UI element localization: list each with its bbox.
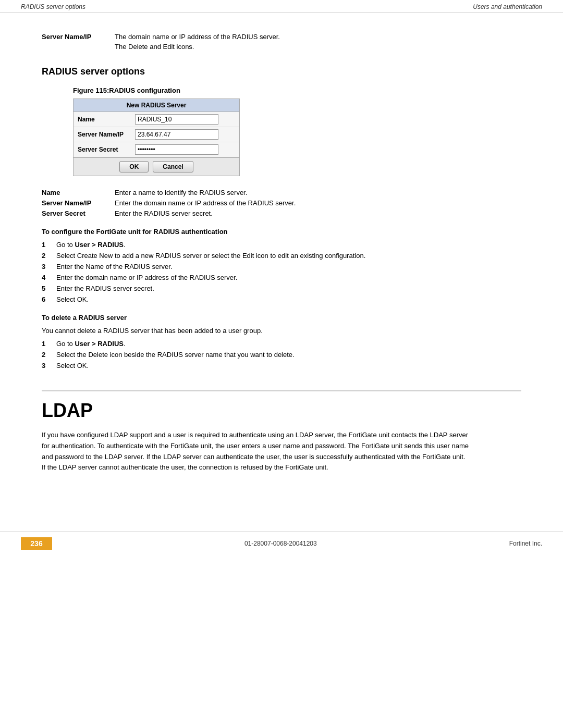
field-desc-0: Enter a name to identify the RADIUS serv… [115,189,247,196]
field-desc-1: Enter the domain name or IP address of t… [115,199,296,207]
procedure2-heading: To delete a RADIUS server [42,314,521,322]
field-desc-row-0: Name Enter a name to identify the RADIUS… [42,189,521,196]
step-1-4: 4 Enter the domain name or IP address of… [42,274,521,281]
radius-secret-label: Server Secret [78,146,135,153]
intro-field-label: Server Name/IP [42,33,115,41]
procedure1-steps: 1 Go to User > RADIUS. 2 Select Create N… [42,241,521,303]
step-2-1: 1 Go to User > RADIUS. [42,340,521,348]
intro-field-row: Server Name/IP The domain name or IP add… [42,33,521,41]
step-2-2: 2 Select the Delete icon beside the RADI… [42,351,521,359]
intro-field-desc2: The Delete and Edit icons. [115,43,521,51]
page-header: RADIUS server options Users and authenti… [0,0,563,13]
procedure2-steps: 1 Go to User > RADIUS. 2 Select the Dele… [42,340,521,369]
radius-name-row: Name [74,112,239,127]
radius-name-label: Name [78,116,135,123]
ldap-section: LDAP If you have configured LDAP support… [42,390,521,473]
ldap-heading: LDAP [42,400,521,422]
step-1-2: 2 Select Create New to add a new RADIUS … [42,252,521,260]
step-1-6: 6 Select OK. [42,295,521,303]
page-footer: 236 01-28007-0068-20041203 Fortinet Inc. [0,532,563,555]
footer-doc: 01-28007-0068-20041203 [244,540,317,547]
radius-config-title: New RADIUS Server [74,99,239,112]
radius-serverip-label: Server Name/IP [78,131,135,138]
ok-button[interactable]: OK [119,161,149,172]
figure-caption: Figure 115:RADIUS configuration [73,87,521,94]
field-label-0: Name [42,189,115,196]
radius-config-wrapper: New RADIUS Server Name Server Name/IP Se… [73,98,521,176]
step-2-3: 3 Select OK. [42,362,521,369]
intro-field-desc: The domain name or IP address of the RAD… [115,33,280,41]
radius-serverip-input[interactable] [135,129,218,140]
step-1-3: 3 Enter the Name of the RADIUS server. [42,263,521,270]
procedure1-heading: To configure the FortiGate unit for RADI… [42,228,521,236]
radius-name-input[interactable] [135,114,218,125]
footer-company: Fortinet Inc. [509,540,542,547]
field-desc-2: Enter the RADIUS server secret. [115,209,213,217]
radius-secret-input[interactable] [135,144,218,155]
radius-secret-row: Server Secret [74,142,239,157]
page-number: 236 [21,537,52,550]
header-right: Users and authentication [473,3,542,10]
step-1-1: 1 Go to User > RADIUS. [42,241,521,249]
radius-config-box: New RADIUS Server Name Server Name/IP Se… [73,98,240,176]
field-desc-row-1: Server Name/IP Enter the domain name or … [42,199,521,207]
intro-block: Server Name/IP The domain name or IP add… [42,33,521,51]
field-desc-block: Name Enter a name to identify the RADIUS… [42,189,521,217]
header-left: RADIUS server options [21,3,85,10]
cancel-button[interactable]: Cancel [153,161,193,172]
section-heading: RADIUS server options [42,66,521,77]
field-label-1: Server Name/IP [42,199,115,207]
field-label-2: Server Secret [42,209,115,217]
radius-serverip-row: Server Name/IP [74,127,239,142]
step-1-5: 5 Enter the RADIUS server secret. [42,285,521,292]
procedure2-note: You cannot delete a RADIUS server that h… [42,327,521,335]
main-content: Server Name/IP The domain name or IP add… [0,13,563,500]
field-desc-row-2: Server Secret Enter the RADIUS server se… [42,209,521,217]
ldap-paragraph: If you have configured LDAP support and … [42,430,469,473]
radius-buttons: OK Cancel [74,157,239,176]
